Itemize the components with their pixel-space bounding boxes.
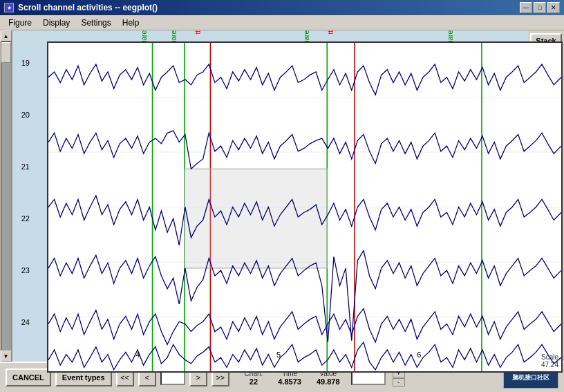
plot-area[interactable]: Scale 47.24 — [47, 41, 563, 373]
scale-text: Scale — [541, 353, 558, 361]
app-icon: ★ — [4, 3, 14, 12]
x-label-6: 6 — [417, 351, 421, 359]
menu-bar: Figure Display Settings Help — [0, 15, 564, 30]
x-axis-labels: 4 5 6 — [68, 351, 489, 359]
eeg-plot-svg — [48, 43, 561, 371]
title-bar-left: ★ Scroll channel activities -- eegplot() — [4, 3, 158, 12]
menu-display[interactable]: Display — [37, 17, 75, 29]
x-label-5: 5 — [276, 351, 281, 359]
menu-figure[interactable]: Figure — [3, 17, 37, 29]
scroll-down-button[interactable]: ▼ — [1, 351, 12, 362]
value-display: 49.878 — [317, 377, 340, 386]
title-bar: ★ Scroll channel activities -- eegplot()… — [0, 0, 564, 15]
window-title: Scroll channel activities -- eegplot() — [18, 3, 158, 12]
maximize-button[interactable]: □ — [534, 2, 546, 13]
close-button[interactable]: ✕ — [547, 2, 560, 13]
event-labels-area: square square tt square tt square — [47, 30, 492, 41]
logo-text: 脑机接口社区 — [512, 373, 549, 382]
window-controls: — □ ✕ — [520, 2, 560, 13]
chan-value: 22 — [250, 377, 258, 386]
main-area: ▲ ▼ 19 20 21 22 23 24 square square tt s… — [0, 30, 564, 362]
minimize-button[interactable]: — — [520, 2, 532, 13]
cancel-button[interactable]: CANCEL — [6, 368, 51, 386]
x-label-4: 4 — [136, 351, 140, 359]
menu-help[interactable]: Help — [117, 17, 145, 29]
menu-settings[interactable]: Settings — [75, 17, 116, 29]
plot-container: square square tt square tt square — [12, 30, 528, 362]
svg-rect-11 — [185, 169, 327, 268]
scale-label-plot: Scale 47.24 — [541, 353, 558, 368]
minus-button[interactable]: - — [393, 378, 405, 386]
scale-value-plot: 47.24 — [541, 361, 558, 368]
time-value: 4.8573 — [278, 377, 301, 386]
event-label-tt1: tt — [194, 30, 202, 35]
event-label-tt2: tt — [327, 30, 335, 35]
